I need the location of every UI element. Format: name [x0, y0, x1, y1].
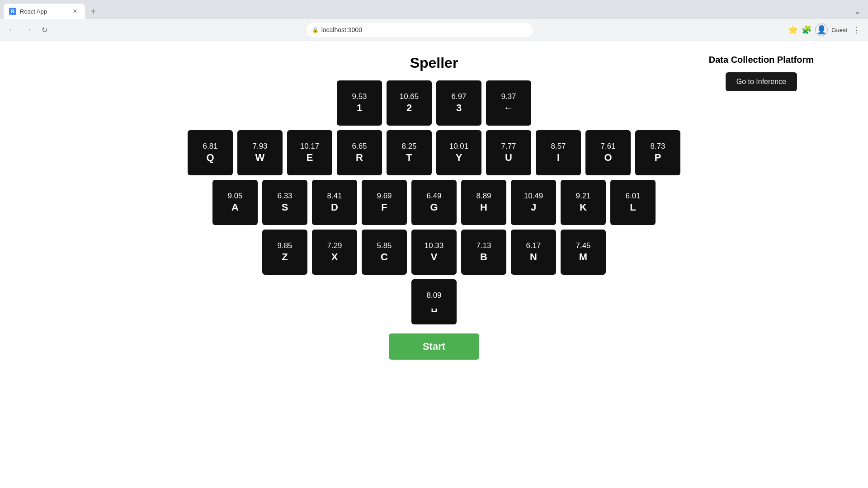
new-tab-button[interactable]: +	[87, 5, 99, 18]
address-input-wrapper: 🔒 localhost:3000	[54, 23, 784, 37]
browser-chrome: R React App × + ⌄ ← → ↻ 🔒 localhost:3000…	[0, 0, 868, 41]
key-value-F: 9.69	[377, 192, 392, 201]
key-value-M: 7.45	[576, 241, 590, 250]
browser-menu-button[interactable]: ⋮	[851, 23, 863, 37]
tab-favicon: R	[9, 8, 16, 15]
key-value-X: 7.29	[327, 241, 342, 250]
key-value-C: 5.85	[377, 241, 392, 250]
key-value-Y: 10.01	[449, 142, 469, 151]
keyboard-row-3: 9.85Z7.29X5.85C10.33V7.13B6.17N7.45M	[262, 230, 606, 275]
key-label-C: C	[381, 251, 388, 263]
key-value-T: 8.25	[401, 142, 416, 151]
key-Q[interactable]: 6.81Q	[188, 130, 233, 175]
key-E[interactable]: 10.17E	[287, 130, 332, 175]
active-tab[interactable]: R React App ×	[4, 4, 85, 19]
key-label-W: W	[255, 152, 265, 164]
go-to-inference-button[interactable]: Go to Inference	[726, 72, 797, 91]
key-M[interactable]: 7.45M	[561, 230, 606, 275]
key-B[interactable]: 7.13B	[461, 230, 506, 275]
profile-icon[interactable]: 👤	[815, 23, 828, 36]
key-W[interactable]: 7.93W	[237, 130, 283, 175]
key-U[interactable]: 7.77U	[486, 130, 531, 175]
profile-label: Guest	[831, 27, 847, 33]
key-label-3: 3	[456, 102, 462, 114]
key-A[interactable]: 9.05A	[212, 180, 258, 225]
key-3[interactable]: 6.973	[436, 80, 481, 126]
key-K[interactable]: 9.21K	[561, 180, 606, 225]
key-P[interactable]: 8.73P	[635, 130, 680, 175]
key-label-Z: Z	[282, 251, 288, 263]
key-value-V: 10.33	[425, 241, 444, 250]
key-F[interactable]: 9.69F	[362, 180, 407, 225]
key-O[interactable]: 7.61O	[585, 130, 631, 175]
key-value-Q: 6.81	[203, 142, 217, 151]
bookmark-button[interactable]: ⭐	[788, 25, 798, 35]
key-label-J: J	[531, 202, 536, 213]
key-value-1: 9.53	[352, 92, 367, 101]
key-T[interactable]: 8.25T	[387, 130, 432, 175]
keyboard-row-4: 8.09␣	[411, 279, 457, 324]
key-value-G: 6.49	[426, 192, 441, 201]
back-button[interactable]: ←	[5, 23, 18, 36]
top-right-panel: Data Collection Platform Go to Inference	[709, 55, 814, 91]
key-D[interactable]: 8.41D	[312, 180, 357, 225]
forward-button[interactable]: →	[22, 23, 34, 36]
key-value-E: 10.17	[300, 142, 320, 151]
tab-close-button[interactable]: ×	[71, 7, 80, 16]
key-value-A: 9.05	[227, 192, 242, 201]
key-2[interactable]: 10.652	[387, 80, 432, 126]
key-label-E: E	[307, 152, 313, 164]
key-L[interactable]: 6.01L	[610, 180, 656, 225]
key-H[interactable]: 8.89H	[461, 180, 506, 225]
key-label-X: X	[331, 251, 338, 263]
key-1[interactable]: 9.531	[337, 80, 382, 126]
key-label-Q: Q	[206, 152, 214, 164]
key-←[interactable]: 9.37←	[486, 80, 531, 126]
key-label-K: K	[580, 202, 587, 213]
key-N[interactable]: 6.17N	[511, 230, 556, 275]
lock-icon: 🔒	[312, 27, 319, 33]
tab-bar: R React App × + ⌄	[0, 0, 868, 19]
keyboard-row-0: 9.53110.6526.9739.37←	[337, 80, 531, 126]
key-value-U: 7.77	[501, 142, 516, 151]
platform-title: Data Collection Platform	[709, 55, 814, 65]
key-Y[interactable]: 10.01Y	[436, 130, 481, 175]
key-G[interactable]: 6.49G	[411, 180, 457, 225]
key-value-←: 9.37	[501, 92, 516, 101]
key-label-O: O	[604, 152, 612, 164]
keyboard-row-1: 6.81Q7.93W10.17E6.65R8.25T10.01Y7.77U8.5…	[188, 130, 680, 175]
start-button[interactable]: Start	[389, 333, 479, 360]
key-label-D: D	[331, 202, 338, 213]
key-value-␣: 8.09	[426, 291, 441, 300]
key-R[interactable]: 6.65R	[337, 130, 382, 175]
address-text: localhost:3000	[321, 26, 362, 33]
key-value-2: 10.65	[400, 92, 419, 101]
key-label-P: P	[655, 152, 661, 164]
key-label-G: G	[430, 202, 438, 213]
key-label-N: N	[530, 251, 537, 263]
keyboard-row-2: 9.05A6.33S8.41D9.69F6.49G8.89H10.49J9.21…	[212, 180, 656, 225]
extensions-button[interactable]: 🧩	[802, 25, 811, 35]
key-label-U: U	[505, 152, 512, 164]
key-X[interactable]: 7.29X	[312, 230, 357, 275]
key-label-F: F	[381, 202, 387, 213]
key-label-I: I	[557, 152, 560, 164]
key-label-H: H	[480, 202, 487, 213]
key-value-J: 10.49	[524, 192, 543, 201]
key-label-V: V	[431, 251, 438, 263]
address-bar: ← → ↻ 🔒 localhost:3000 ⭐ 🧩 👤 Guest ⋮	[0, 19, 868, 41]
address-box[interactable]: 🔒 localhost:3000	[307, 23, 533, 37]
key-label-L: L	[630, 202, 636, 213]
key-C[interactable]: 5.85C	[362, 230, 407, 275]
window-controls[interactable]: ⌄	[850, 5, 864, 18]
key-S[interactable]: 6.33S	[262, 180, 307, 225]
key-V[interactable]: 10.33V	[411, 230, 457, 275]
key-value-N: 6.17	[526, 241, 541, 250]
key-value-P: 8.73	[650, 142, 665, 151]
key-I[interactable]: 8.57I	[536, 130, 581, 175]
key-J[interactable]: 10.49J	[511, 180, 556, 225]
key-label-M: M	[579, 251, 587, 263]
key-␣[interactable]: 8.09␣	[411, 279, 457, 324]
reload-button[interactable]: ↻	[38, 23, 51, 36]
key-Z[interactable]: 9.85Z	[262, 230, 307, 275]
